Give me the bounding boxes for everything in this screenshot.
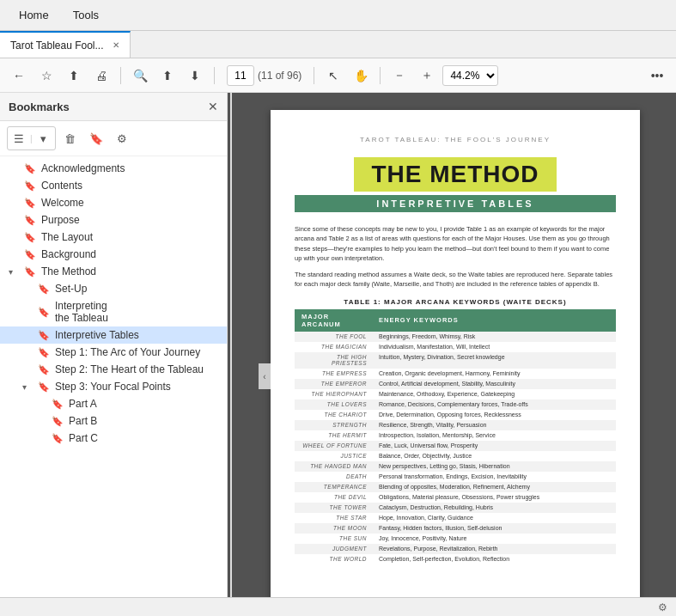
arcana-cell: THE STAR	[295, 513, 372, 523]
bookmark-purpose[interactable]: 🔖 Purpose	[0, 211, 227, 229]
keywords-cell: Drive, Determination, Opposing forces, R…	[372, 410, 616, 420]
bookmark-step1[interactable]: 🔖 Step 1: The Arc of Your Journey	[0, 344, 227, 361]
bookmark-part-c[interactable]: 🔖 Part C	[0, 430, 227, 447]
bookmark-icon: 🔖	[24, 232, 36, 243]
page-number-input[interactable]: 11	[227, 65, 254, 86]
arcana-cell: THE HANGED MAN	[295, 461, 372, 472]
keywords-cell: Balance, Order, Objectivity, Justice	[372, 451, 616, 461]
table-header-arcanum: MAJOR ARCANUM	[295, 309, 372, 332]
content-area: ‹ TAROT TABLEAU: THE FOOL'S JOURNEY THE …	[234, 93, 676, 597]
tab-document[interactable]: Tarot Tableau Fool... ✕	[0, 31, 131, 58]
bookmark-label: Step 1: The Arc of Your Journey	[55, 346, 218, 358]
separator-4	[380, 67, 381, 84]
bookmark-step3[interactable]: ▾ 🔖 Step 3: Your Focal Points	[0, 378, 227, 395]
menu-tools[interactable]: Tools	[61, 3, 111, 27]
arcana-cell: THE WORLD	[295, 554, 372, 564]
table-row: THE TOWER Cataclysm, Destruction, Rebuil…	[295, 503, 616, 513]
bookmark-icon: 🔖	[52, 399, 64, 410]
bookmark-acknowledgments[interactable]: 🔖 Acknowledgments	[0, 160, 227, 177]
keywords-cell: Romance, Decisions, Complementary forces…	[372, 399, 616, 410]
separator-1	[120, 67, 121, 84]
print-button[interactable]: 🖨	[89, 64, 113, 88]
sidebar-resize-handle[interactable]	[228, 93, 234, 597]
bookmark-part-b[interactable]: 🔖 Part B	[0, 412, 227, 430]
table-row: THE HIGH PRIESTESS Intuition, Mystery, D…	[295, 352, 616, 369]
bookmark-interpreting-tableau[interactable]: 🔖 Interpretingthe Tableau	[0, 297, 227, 326]
arcana-cell: THE EMPEROR	[295, 379, 372, 389]
keywords-table: MAJOR ARCANUM ENERGY KEYWORDS THE FOOL B…	[295, 309, 616, 564]
table-row: TEMPERANCE Blending of opposites, Modera…	[295, 482, 616, 492]
arcana-cell: JUDGMENT	[295, 544, 372, 554]
upload-button[interactable]: ⬆	[62, 64, 86, 88]
bookmark-list: 🔖 Acknowledgments 🔖 Contents 🔖 Welcome 🔖…	[0, 156, 227, 597]
table-row: THE HERMIT Introspection, Isolation, Men…	[295, 430, 616, 441]
tab-bar: Tarot Tableau Fool... ✕	[0, 31, 676, 58]
bookmark-icon: 🔖	[38, 330, 50, 341]
next-page-button[interactable]: ⬇	[183, 64, 207, 88]
zoom-out-button[interactable]: －	[387, 64, 411, 88]
more-options-button[interactable]: •••	[645, 64, 669, 88]
bookmark-label: Step 3: Your Focal Points	[55, 381, 218, 393]
back-button[interactable]: ←	[7, 64, 31, 88]
settings-icon[interactable]: ⚙	[658, 601, 667, 613]
bookmark-the-layout[interactable]: 🔖 The Layout	[0, 229, 227, 246]
keywords-cell: Completion, Self-perfection, Evolution, …	[372, 554, 616, 564]
view-toggle-group: ☰ | ▾	[7, 126, 56, 150]
arrow-icon	[9, 198, 19, 208]
bookmark-background[interactable]: 🔖 Background	[0, 246, 227, 263]
body-paragraph-1: Since some of these concepts may be new …	[295, 224, 616, 263]
table-row: DEATH Personal transformation, Endings, …	[295, 472, 616, 482]
keywords-cell: Revelations, Purpose, Revitalization, Re…	[372, 544, 616, 554]
arcana-cell: JUSTICE	[295, 451, 372, 461]
arrow-icon	[36, 417, 46, 426]
page-title-wrap: THE METHOD	[295, 157, 616, 192]
keywords-cell: Resilience, Strength, Vitality, Persuasi…	[372, 420, 616, 430]
expand-arrow-icon[interactable]: ▾	[22, 382, 33, 392]
arcana-cell: THE DEVIL	[295, 492, 372, 503]
arrow-icon	[9, 216, 19, 225]
view-options-button[interactable]: ▾	[33, 127, 55, 149]
expand-arrow-icon[interactable]: ▾	[9, 267, 19, 277]
zoom-select[interactable]: 44.2%	[442, 65, 498, 86]
hand-tool-button[interactable]: ✋	[349, 64, 373, 88]
zoom-in-button[interactable]: ＋	[415, 64, 439, 88]
bookmark-step2[interactable]: 🔖 Step 2: The Heart of the Tableau	[0, 361, 227, 378]
sidebar-close-button[interactable]: ✕	[208, 100, 218, 113]
bookmark-button[interactable]: ☆	[34, 64, 58, 88]
delete-bookmark-button[interactable]: 🗑	[59, 127, 82, 149]
bookmark-welcome[interactable]: 🔖 Welcome	[0, 194, 227, 211]
status-bar: ⚙	[0, 597, 676, 616]
keywords-cell: Fate, Luck, Universal flow, Prosperity	[372, 441, 616, 451]
page-left-arrow-button[interactable]: ‹	[259, 363, 271, 389]
bookmark-label: Interpretive Tables	[55, 329, 218, 341]
bookmark-setup[interactable]: 🔖 Set-Up	[0, 280, 227, 297]
arcana-cell: THE MOON	[295, 523, 372, 534]
arcana-cell: THE HIEROPHANT	[295, 389, 372, 399]
table-row: THE EMPRESS Creation, Organic developmen…	[295, 369, 616, 379]
sidebar-toolbar: ☰ | ▾ 🗑 🔖 ⚙	[0, 121, 227, 156]
menu-home[interactable]: Home	[7, 3, 61, 27]
zoom-out-search-button[interactable]: 🔍	[128, 64, 152, 88]
arcana-cell: THE FOOL	[295, 332, 372, 342]
bookmark-interpretive-tables[interactable]: 🔖 Interpretive Tables	[0, 326, 227, 344]
page-main-title: THE METHOD	[354, 157, 556, 192]
cursor-tool-button[interactable]: ↖	[321, 64, 345, 88]
bookmark-contents[interactable]: 🔖 Contents	[0, 177, 227, 194]
bookmark-label: The Method	[41, 265, 218, 278]
arcana-cell: THE SUN	[295, 534, 372, 544]
bookmark-icon: 🔖	[24, 249, 36, 260]
arrow-icon	[22, 365, 33, 375]
add-bookmark-button[interactable]: 🔖	[85, 127, 107, 149]
arcana-cell: STRENGTH	[295, 420, 372, 430]
arrow-icon	[9, 164, 19, 174]
bookmark-settings-button[interactable]: ⚙	[111, 127, 133, 149]
arrow-icon	[22, 331, 33, 340]
arcana-cell: DEATH	[295, 472, 372, 482]
tab-close-button[interactable]: ✕	[113, 40, 119, 50]
bookmark-label: The Layout	[41, 231, 218, 243]
arcana-cell: THE LOVERS	[295, 399, 372, 410]
prev-page-button[interactable]: ⬆	[155, 64, 180, 88]
bookmark-part-a[interactable]: 🔖 Part A	[0, 395, 227, 412]
bookmark-the-method[interactable]: ▾ 🔖 The Method	[0, 263, 227, 280]
list-view-button[interactable]: ☰	[8, 127, 30, 149]
